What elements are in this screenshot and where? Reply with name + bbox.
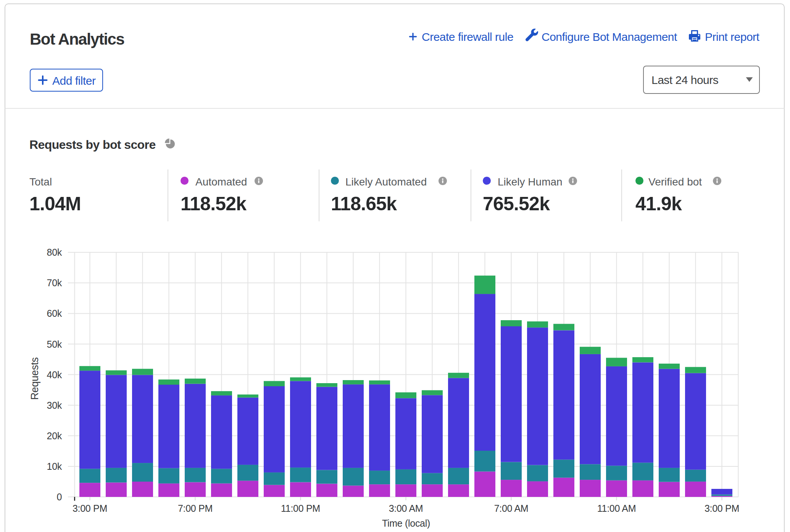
svg-text:20k: 20k	[47, 430, 62, 441]
svg-text:40k: 40k	[47, 369, 62, 380]
svg-text:Time (local): Time (local)	[382, 518, 430, 529]
svg-text:7:00 PM: 7:00 PM	[178, 503, 213, 514]
svg-text:7:00 AM: 7:00 AM	[494, 503, 529, 514]
svg-text:80k: 80k	[47, 247, 62, 258]
svg-text:Requests: Requests	[29, 357, 40, 400]
svg-text:60k: 60k	[47, 308, 62, 319]
svg-text:11:00 PM: 11:00 PM	[281, 503, 320, 514]
svg-text:30k: 30k	[47, 400, 62, 411]
svg-text:3:00 AM: 3:00 AM	[389, 503, 423, 514]
svg-text:3:00 PM: 3:00 PM	[705, 503, 739, 514]
svg-text:10k: 10k	[47, 461, 62, 472]
svg-text:70k: 70k	[47, 277, 62, 288]
svg-text:50k: 50k	[47, 339, 62, 350]
svg-text:3:00 PM: 3:00 PM	[73, 503, 107, 514]
svg-text:11:00 AM: 11:00 AM	[597, 503, 636, 514]
svg-text:0: 0	[56, 492, 62, 502]
